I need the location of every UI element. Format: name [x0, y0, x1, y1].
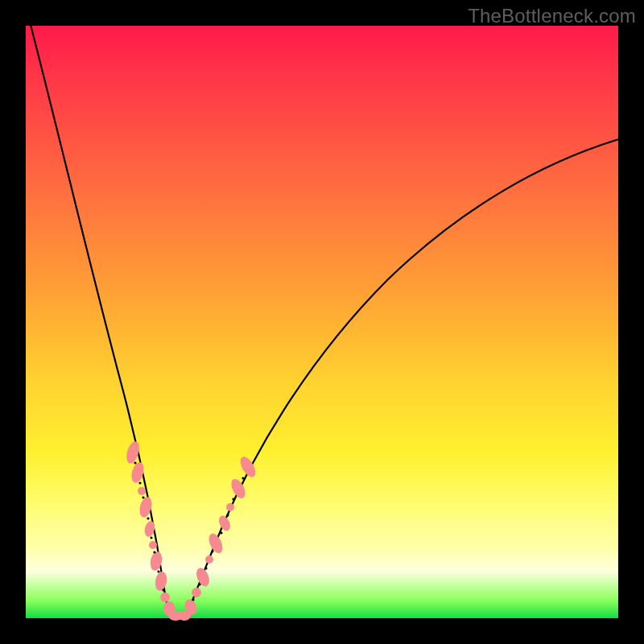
- svg-point-16: [206, 531, 225, 555]
- svg-point-23: [142, 496, 144, 498]
- chart-frame: TheBottleneck.com: [0, 0, 644, 644]
- svg-point-27: [157, 570, 159, 572]
- svg-point-15: [205, 555, 213, 564]
- svg-point-4: [143, 520, 156, 538]
- svg-point-25: [150, 536, 152, 539]
- svg-point-8: [160, 592, 170, 602]
- svg-point-31: [204, 567, 207, 569]
- svg-point-34: [226, 514, 229, 516]
- svg-point-35: [232, 497, 234, 500]
- svg-point-32: [211, 550, 213, 552]
- svg-point-2: [138, 487, 146, 495]
- svg-point-14: [194, 566, 212, 588]
- curve-right-branch: [185, 138, 621, 618]
- svg-point-19: [229, 477, 249, 501]
- svg-point-24: [147, 517, 149, 519]
- plot-area: [26, 26, 618, 618]
- svg-point-26: [153, 551, 155, 553]
- curve-layer: [26, 26, 618, 618]
- svg-point-18: [226, 503, 234, 511]
- svg-point-13: [192, 588, 201, 597]
- svg-point-21: [134, 461, 136, 464]
- svg-point-22: [138, 481, 141, 484]
- svg-point-30: [198, 583, 200, 585]
- marker-cluster: [124, 440, 258, 621]
- watermark-text: TheBottleneck.com: [468, 5, 636, 27]
- svg-point-33: [220, 531, 222, 534]
- svg-point-5: [149, 541, 157, 549]
- svg-point-29: [192, 598, 194, 601]
- svg-point-36: [242, 477, 244, 479]
- svg-point-17: [217, 514, 233, 532]
- svg-point-7: [154, 571, 168, 592]
- svg-point-28: [162, 588, 164, 591]
